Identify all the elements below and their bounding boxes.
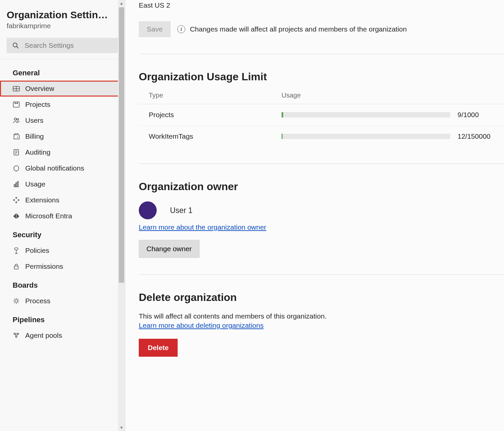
- sidebar-item-policies[interactable]: Policies: [0, 243, 125, 258]
- app-root: Organization Settin… fabrikamprime Gener…: [0, 0, 504, 431]
- svg-rect-19: [14, 266, 18, 269]
- svg-point-20: [15, 300, 18, 302]
- permissions-icon: [13, 263, 20, 270]
- divider: [139, 274, 504, 275]
- sidebar-scrollbar[interactable]: ▲ ▼: [118, 0, 125, 431]
- owner-learn-more-link[interactable]: Learn more about the organization owner: [139, 223, 266, 231]
- svg-rect-5: [13, 102, 19, 107]
- sidebar-item-label: Projects: [25, 101, 50, 108]
- sidebar-item-label: Auditing: [25, 148, 50, 156]
- sidebar-divider: [0, 59, 125, 59]
- usage-table-header: Type Usage: [139, 92, 504, 104]
- sidebar-item-label: Usage: [25, 180, 45, 188]
- usage-bar-fill: [282, 112, 283, 117]
- delete-title: Delete organization: [139, 291, 504, 304]
- owner-section: Organization owner User 1 Learn more abo…: [139, 180, 504, 258]
- region-value: East US 2: [139, 1, 504, 9]
- scroll-down-arrow-icon[interactable]: ▼: [118, 424, 125, 431]
- save-info-text: Changes made will affect all projects an…: [190, 25, 407, 33]
- usage-bar-fill: [282, 134, 283, 139]
- sidebar: Organization Settin… fabrikamprime Gener…: [0, 0, 126, 431]
- sidebar-item-agent-pools[interactable]: Agent pools: [0, 327, 125, 343]
- sidebar-item-label: Billing: [25, 132, 44, 140]
- usage-col-type: Type: [149, 92, 282, 99]
- svg-rect-15: [17, 181, 18, 187]
- search-box[interactable]: [7, 38, 119, 53]
- save-info-row: i Changes made will affect all projects …: [177, 25, 407, 33]
- search-input[interactable]: [24, 41, 113, 50]
- sidebar-header: Organization Settin… fabrikamprime: [0, 0, 125, 33]
- sidebar-item-microsoft-entra[interactable]: Microsoft Entra: [0, 208, 125, 224]
- change-owner-button[interactable]: Change owner: [139, 240, 200, 258]
- sidebar-item-overview[interactable]: Overview: [0, 81, 125, 97]
- usage-col-usage: Usage: [282, 92, 504, 99]
- svg-rect-14: [16, 183, 17, 187]
- sidebar-item-billing[interactable]: Billing: [0, 128, 125, 144]
- delete-desc: This will affect all contents and member…: [139, 312, 504, 320]
- delete-section: Delete organization This will affect all…: [139, 291, 504, 357]
- svg-point-23: [16, 336, 17, 337]
- divider: [139, 54, 504, 54]
- owner-row: User 1: [139, 201, 504, 219]
- info-icon: i: [177, 25, 185, 33]
- sidebar-item-permissions[interactable]: Permissions: [0, 258, 125, 274]
- sidebar-item-label: Process: [25, 297, 50, 305]
- overview-icon: [13, 85, 20, 92]
- nav-group-boards: Boards: [0, 274, 125, 293]
- owner-name: User 1: [170, 206, 193, 215]
- usage-bar: [282, 112, 450, 117]
- usage-row-projects: Projects9/1000: [139, 104, 504, 126]
- sidebar-item-auditing[interactable]: Auditing: [0, 144, 125, 160]
- usage-type: WorkItemTags: [149, 132, 282, 140]
- owner-title: Organization owner: [139, 180, 504, 193]
- process-icon: [13, 297, 20, 305]
- extensions-icon: [13, 196, 20, 204]
- svg-point-16: [15, 248, 18, 250]
- owner-avatar: [139, 201, 157, 219]
- delete-learn-more-link[interactable]: Learn more about deleting organizations: [139, 322, 264, 329]
- sidebar-item-projects[interactable]: Projects: [0, 97, 125, 112]
- usage-bar-cell: 9/1000: [282, 111, 504, 119]
- sidebar-item-global-notifications[interactable]: Global notifications: [0, 160, 125, 176]
- billing-icon: [13, 133, 20, 140]
- sidebar-title: Organization Settin…: [7, 9, 118, 21]
- save-row: Save i Changes made will affect all proj…: [139, 21, 504, 37]
- users-icon: [13, 117, 20, 124]
- scroll-up-arrow-icon[interactable]: ▲: [118, 0, 125, 7]
- sidebar-item-label: Policies: [25, 247, 49, 254]
- sidebar-item-label: Agent pools: [25, 331, 62, 339]
- main-content: East US 2 Save i Changes made will affec…: [126, 0, 504, 431]
- sidebar-subtitle: fabrikamprime: [7, 22, 119, 30]
- nav-group-pipelines: Pipelines: [0, 309, 125, 327]
- usage-value: 12/150000: [458, 132, 504, 140]
- usage-bar-cell: 12/150000: [282, 132, 504, 140]
- agent-pools-icon: [13, 332, 20, 339]
- entra-icon: [13, 212, 20, 220]
- sidebar-item-process[interactable]: Process: [0, 293, 125, 309]
- notifications-icon: [13, 165, 20, 172]
- svg-rect-13: [14, 184, 15, 187]
- usage-icon: [13, 180, 20, 188]
- divider: [139, 164, 504, 164]
- svg-point-7: [17, 118, 19, 120]
- delete-button[interactable]: Delete: [139, 339, 178, 357]
- usage-row-workitemtags: WorkItemTags12/150000: [139, 126, 504, 147]
- projects-icon: [13, 101, 20, 108]
- sidebar-item-users[interactable]: Users: [0, 112, 125, 128]
- sidebar-item-extensions[interactable]: Extensions: [0, 192, 125, 208]
- search-icon: [12, 42, 19, 49]
- sidebar-item-label: Overview: [25, 85, 54, 93]
- region-section: East US 2 Save i Changes made will affec…: [139, 0, 504, 37]
- usage-type: Projects: [149, 111, 282, 119]
- scroll-thumb[interactable]: [119, 7, 124, 283]
- sidebar-item-label: Microsoft Entra: [25, 212, 72, 220]
- svg-point-6: [14, 118, 16, 120]
- usage-table: Type Usage Projects9/1000WorkItemTags12/…: [139, 92, 504, 147]
- usage-limit-title: Organization Usage Limit: [139, 71, 504, 83]
- nav-group-general: General: [0, 62, 125, 81]
- svg-line-1: [17, 46, 18, 48]
- sidebar-item-usage[interactable]: Usage: [0, 176, 125, 192]
- save-button[interactable]: Save: [139, 21, 171, 37]
- sidebar-item-label: Permissions: [25, 262, 63, 270]
- policies-icon: [13, 247, 20, 254]
